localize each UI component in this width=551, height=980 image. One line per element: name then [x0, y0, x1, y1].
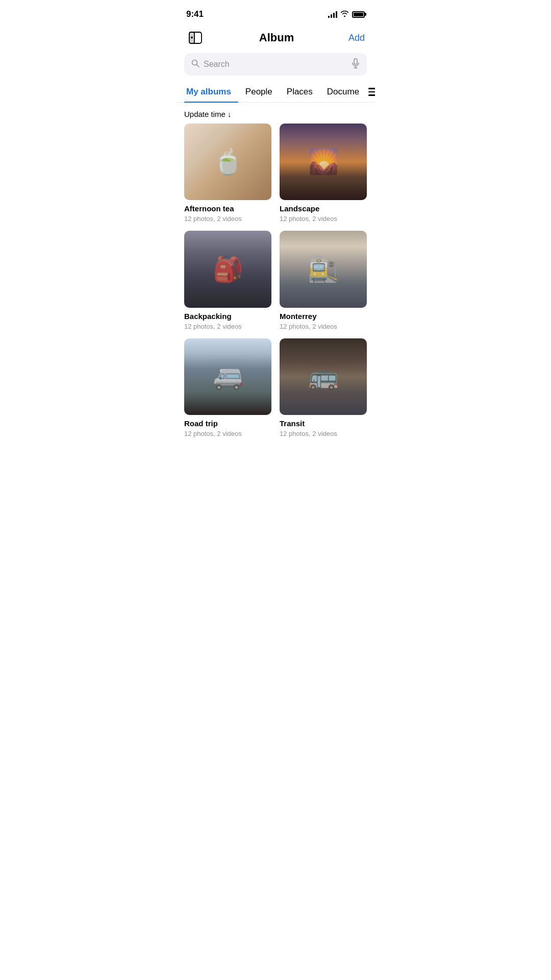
album-item[interactable]: Monterrey 12 photos, 2 videos [280, 231, 367, 330]
battery-icon [352, 11, 365, 18]
album-count: 12 photos, 2 videos [184, 323, 271, 330]
album-thumbnail [280, 338, 367, 415]
svg-line-5 [197, 65, 199, 67]
wifi-icon [340, 10, 349, 18]
album-name: Afternoon tea [184, 204, 271, 213]
album-thumbnail [280, 124, 367, 200]
album-thumbnail [280, 231, 367, 307]
search-icon [191, 59, 199, 69]
album-name: Road trip [184, 419, 271, 428]
sort-row[interactable]: Update time ↓ [176, 103, 375, 124]
album-name: Landscape [280, 204, 367, 213]
tabs-bar: My albums People Places Docume [176, 82, 375, 103]
microphone-icon[interactable] [352, 58, 360, 70]
album-thumbnail [184, 338, 271, 415]
album-thumbnail [184, 231, 271, 307]
album-item[interactable]: Landscape 12 photos, 2 videos [280, 124, 367, 223]
tab-places[interactable]: Places [280, 82, 320, 102]
status-bar: 9:41 [176, 0, 375, 24]
tab-my-albums[interactable]: My albums [184, 82, 238, 102]
add-button[interactable]: Add [348, 33, 365, 43]
search-container: Search [176, 53, 375, 82]
album-count: 12 photos, 2 videos [280, 323, 367, 330]
signal-icon [328, 11, 337, 18]
svg-point-3 [191, 37, 193, 39]
album-count: 12 photos, 2 videos [184, 430, 271, 437]
tab-documents[interactable]: Docume [320, 82, 366, 102]
albums-grid: Afternoon tea 12 photos, 2 videos Landsc… [176, 124, 375, 448]
search-placeholder: Search [204, 60, 347, 69]
sort-label: Update time [184, 110, 226, 118]
album-name: Monterrey [280, 312, 367, 321]
album-item[interactable]: Afternoon tea 12 photos, 2 videos [184, 124, 271, 223]
album-thumbnail [184, 124, 271, 200]
tab-people[interactable]: People [238, 82, 280, 102]
album-count: 12 photos, 2 videos [280, 215, 367, 223]
album-count: 12 photos, 2 videos [184, 215, 271, 223]
album-item[interactable]: Backpacking 12 photos, 2 videos [184, 231, 271, 330]
sort-arrow-icon: ↓ [228, 110, 232, 118]
album-name: Backpacking [184, 312, 271, 321]
svg-rect-6 [354, 59, 357, 64]
album-item[interactable]: Road trip 12 photos, 2 videos [184, 338, 271, 437]
album-item[interactable]: Transit 12 photos, 2 videos [280, 338, 367, 437]
status-time: 9:41 [186, 9, 204, 19]
status-icons [328, 10, 365, 18]
album-name: Transit [280, 419, 367, 428]
tabs-menu-button[interactable] [366, 84, 375, 100]
sidebar-toggle-button[interactable] [186, 29, 205, 47]
album-count: 12 photos, 2 videos [280, 430, 367, 437]
search-bar[interactable]: Search [184, 53, 367, 76]
page-title: Album [259, 31, 294, 44]
header: Album Add [176, 24, 375, 53]
